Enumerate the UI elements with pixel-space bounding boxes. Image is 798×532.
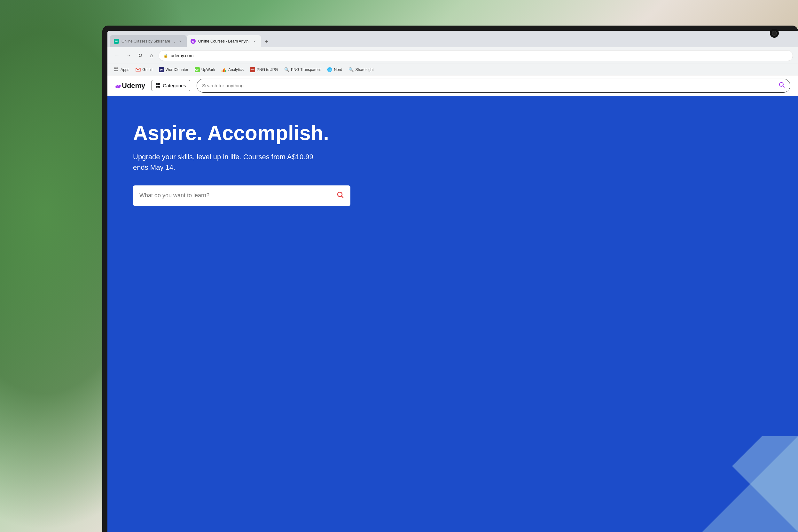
url-display: udemy.com <box>171 53 193 58</box>
svg-line-9 <box>783 86 784 88</box>
gmail-label: Gmail <box>142 68 152 72</box>
udemy-hero-section: Aspire. Accomplish. Upgrade your skills,… <box>108 96 798 532</box>
hero-search-bar[interactable] <box>133 186 350 206</box>
laptop-frame: SK Online Classes by Skillshare | S × u … <box>102 25 798 532</box>
svg-rect-2 <box>114 70 116 71</box>
laptop-camera <box>770 29 779 38</box>
svg-rect-3 <box>116 70 118 71</box>
bookmark-gmail[interactable]: Gmail <box>133 66 155 74</box>
tab-skillshare-close[interactable]: × <box>178 39 183 44</box>
apps-label: Apps <box>120 68 129 72</box>
upwork-icon: UP <box>195 67 200 72</box>
sharesight-icon: 🔍 <box>348 67 354 72</box>
svg-marker-12 <box>702 436 798 532</box>
svg-rect-4 <box>156 83 158 85</box>
bookmarks-bar: Apps Gmail W WordCounter UP <box>108 64 798 75</box>
back-button[interactable]: ← <box>113 51 121 60</box>
hero-search-icon[interactable] <box>336 191 344 201</box>
categories-label: Categories <box>163 83 186 88</box>
lock-icon: 🔒 <box>164 53 168 58</box>
upwork-label: UpWork <box>202 68 215 72</box>
svg-line-11 <box>342 196 343 197</box>
nord-icon: 🌐 <box>327 67 332 72</box>
skillshare-favicon: SK <box>114 39 119 44</box>
categories-grid-icon <box>156 83 161 88</box>
wordcounter-label: WordCounter <box>166 68 188 72</box>
tab-strip: SK Online Classes by Skillshare | S × u … <box>110 31 795 47</box>
hero-decoration <box>702 436 798 532</box>
bookmark-analytics[interactable]: Analytics <box>219 66 246 74</box>
png-to-jpg-icon: PNG <box>250 67 255 72</box>
bookmark-nord[interactable]: 🌐 Nord <box>324 66 345 74</box>
udemy-website: 𝓊 Udemy Categories <box>108 75 798 532</box>
tab-udemy-close[interactable]: × <box>252 39 257 44</box>
forward-button[interactable]: → <box>124 51 133 60</box>
svg-rect-7 <box>158 86 160 88</box>
categories-button[interactable]: Categories <box>152 80 190 91</box>
bookmark-sharesight[interactable]: 🔍 Sharesight <box>346 66 376 74</box>
bookmark-png-transparent[interactable]: 🔍 PNG Transparent <box>282 66 323 74</box>
chrome-titlebar: SK Online Classes by Skillshare | S × u … <box>108 31 798 47</box>
svg-rect-0 <box>114 68 116 69</box>
gmail-icon <box>136 67 141 72</box>
udemy-favicon: u <box>191 39 196 44</box>
udemy-search-input[interactable] <box>202 83 775 88</box>
svg-rect-5 <box>158 83 160 85</box>
wordcounter-icon: W <box>159 67 164 72</box>
tab-skillshare[interactable]: SK Online Classes by Skillshare | S × <box>110 35 187 47</box>
bookmark-png-to-jpg[interactable]: PNG PNG to JPG <box>247 66 280 74</box>
analytics-icon <box>222 67 227 72</box>
udemy-search-button[interactable] <box>779 81 785 90</box>
png-transparent-icon: 🔍 <box>284 67 289 72</box>
new-tab-button[interactable]: + <box>262 37 271 46</box>
udemy-search-bar[interactable] <box>197 79 790 93</box>
nord-label: Nord <box>334 68 342 72</box>
sharesight-label: Sharesight <box>355 68 374 72</box>
hero-subtext: Upgrade your skills, level up in life. C… <box>133 152 325 173</box>
udemy-logo-text: Udemy <box>122 81 145 90</box>
udemy-logo-icon: 𝓊 <box>115 80 120 91</box>
apps-icon <box>114 67 119 72</box>
svg-rect-6 <box>156 86 158 88</box>
png-to-jpg-label: PNG to JPG <box>257 68 278 72</box>
bookmark-wordcounter[interactable]: W WordCounter <box>156 66 191 74</box>
home-button[interactable]: ⌂ <box>147 51 156 60</box>
address-bar[interactable]: 🔒 udemy.com <box>158 50 793 61</box>
hero-headline: Aspire. Accomplish. <box>133 121 357 145</box>
refresh-button[interactable]: ↻ <box>136 51 145 60</box>
tab-skillshare-title: Online Classes by Skillshare | S <box>121 39 175 43</box>
udemy-logo[interactable]: 𝓊 Udemy <box>115 80 145 91</box>
bookmark-apps[interactable]: Apps <box>111 66 132 74</box>
png-transparent-label: PNG Transparent <box>291 68 321 72</box>
laptop-screen: SK Online Classes by Skillshare | S × u … <box>108 31 798 532</box>
udemy-header: 𝓊 Udemy Categories <box>108 75 798 96</box>
chrome-toolbar: ← → ↻ ⌂ 🔒 udemy.com <box>108 47 798 64</box>
tab-udemy[interactable]: u Online Courses - Learn Anythi × <box>187 35 261 47</box>
analytics-label: Analytics <box>228 68 244 72</box>
bookmark-upwork[interactable]: UP UpWork <box>192 66 218 74</box>
svg-rect-1 <box>116 68 118 69</box>
hero-search-input[interactable] <box>139 192 332 199</box>
tab-udemy-title: Online Courses - Learn Anythi <box>198 39 249 43</box>
